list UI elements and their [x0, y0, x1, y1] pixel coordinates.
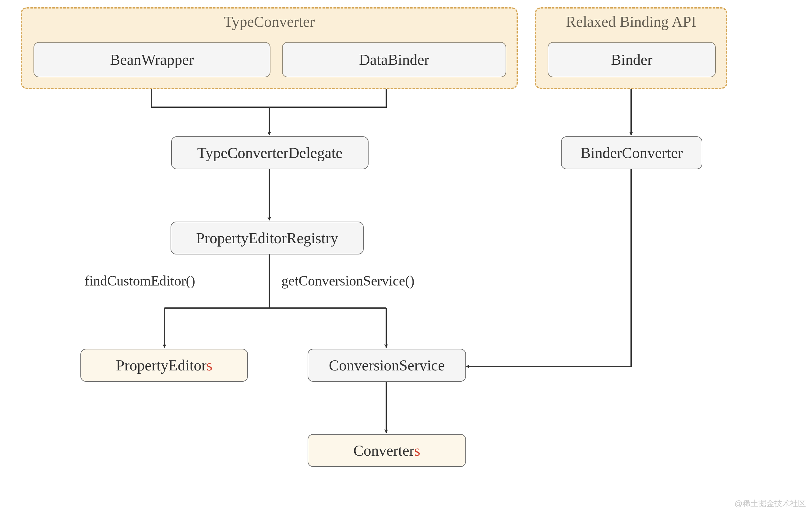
converters-stem: Converter — [353, 442, 414, 459]
node-beanwrapper: BeanWrapper — [33, 42, 270, 77]
node-converters-label: Converters — [353, 442, 420, 459]
node-binderconverter: BinderConverter — [561, 137, 702, 169]
node-databinder: DataBinder — [282, 42, 506, 77]
node-conversionservice: ConversionService — [308, 349, 466, 382]
node-databinder-label: DataBinder — [359, 52, 429, 68]
propertyeditors-stem: PropertyEditor — [116, 357, 206, 374]
cluster-relaxed-binding-title: Relaxed Binding API — [536, 8, 726, 30]
edge-binderconverter-to-conversionservice — [466, 169, 631, 366]
watermark: @稀土掘金技术社区 — [735, 498, 806, 509]
cluster-typeconverter-title: TypeConverter — [22, 8, 517, 30]
node-typeconverterdelegate: TypeConverterDelegate — [171, 137, 369, 169]
node-typeconverterdelegate-label: TypeConverterDelegate — [197, 145, 343, 161]
diagram-canvas: TypeConverter Relaxed Binding API BeanWr… — [0, 0, 812, 515]
node-propertyeditorregistry: PropertyEditorRegistry — [171, 221, 364, 254]
node-conversionservice-label: ConversionService — [329, 357, 445, 374]
converters-suffix: s — [414, 442, 420, 459]
node-propertyeditors-label: PropertyEditors — [116, 357, 212, 374]
edge-tc-children-join — [152, 89, 386, 107]
node-beanwrapper-label: BeanWrapper — [110, 52, 194, 68]
node-propertyeditors: PropertyEditors — [80, 349, 248, 382]
node-binder: Binder — [548, 42, 716, 77]
node-binderconverter-label: BinderConverter — [581, 145, 683, 161]
propertyeditors-suffix: s — [206, 357, 212, 374]
node-converters: Converters — [308, 434, 466, 467]
node-binder-label: Binder — [611, 52, 652, 68]
node-propertyeditorregistry-label: PropertyEditorRegistry — [196, 230, 338, 246]
edge-label-findcustomeditor: findCustomEditor() — [85, 273, 195, 289]
edge-label-getconversionservice: getConversionService() — [282, 273, 414, 289]
